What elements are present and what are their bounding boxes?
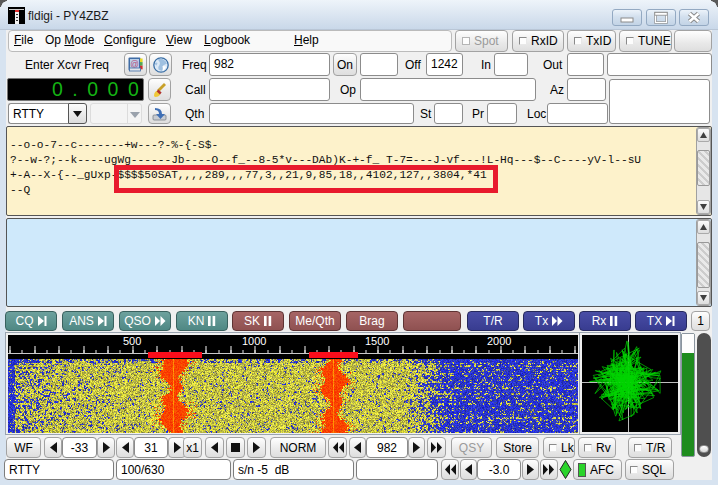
svg-text:@: @	[130, 59, 139, 69]
